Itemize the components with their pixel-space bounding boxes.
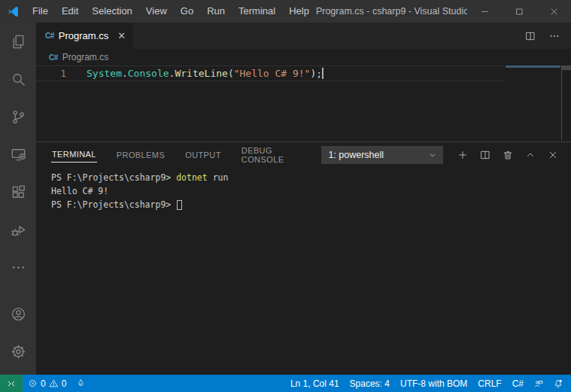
language-mode[interactable]: C# <box>507 375 529 392</box>
activitybar-item-settings[interactable] <box>0 333 36 370</box>
account-icon <box>10 305 27 323</box>
extensions-icon <box>10 184 27 201</box>
close-panel-icon[interactable] <box>547 149 559 161</box>
terminal-text: PS F:\Projects\csharp9> <box>51 199 176 210</box>
panel-tab-terminal[interactable]: TERMINAL <box>51 147 97 163</box>
explorer-icon <box>10 33 27 50</box>
close-icon <box>549 7 559 17</box>
code-token: ; <box>316 68 322 79</box>
panel-tabs: TERMINALPROBLEMSOUTPUTDEBUG CONSOLE <box>51 143 321 167</box>
code-editor[interactable]: 1 System.Console.WriteLine("Hello C# 9!"… <box>36 65 571 141</box>
warnings-count: 0 <box>62 378 67 389</box>
menu-go[interactable]: Go <box>174 0 200 23</box>
window-title: Program.cs - csharp9 - Visual Studio ... <box>316 6 467 17</box>
panel-header: TERMINALPROBLEMSOUTPUTDEBUG CONSOLE 1: p… <box>36 142 571 167</box>
remote-indicator[interactable] <box>0 375 23 392</box>
breadcrumb[interactable]: C# Program.cs <box>36 49 571 65</box>
terminal-output[interactable]: PS F:\Projects\csharp9> dotnet runHello … <box>51 171 571 211</box>
cursor-position[interactable]: Ln 1, Col 41 <box>285 375 345 392</box>
panel-actions <box>443 149 571 161</box>
menu-help[interactable]: Help <box>282 0 316 23</box>
tab-close-icon[interactable]: ✕ <box>117 31 126 41</box>
vscode-window: FileEditSelectionViewGoRunTerminalHelp P… <box>0 0 571 392</box>
maximize-panel-icon[interactable] <box>524 149 536 161</box>
remote-icon <box>6 378 17 389</box>
maximize-button[interactable] <box>502 0 536 23</box>
terminal-text: run <box>208 172 229 183</box>
activitybar-item-extensions[interactable] <box>0 173 36 211</box>
close-button[interactable] <box>536 0 571 23</box>
terminal-text: PS F:\Projects\csharp9> <box>51 172 176 183</box>
csharp-file-icon: C# <box>49 53 58 62</box>
menu-bar: FileEditSelectionViewGoRunTerminalHelp <box>26 0 316 23</box>
flame-icon[interactable] <box>71 375 90 392</box>
terminal-text: dotnet <box>176 172 208 183</box>
errors-count: 0 <box>41 378 46 389</box>
encoding[interactable]: UTF-8 with BOM <box>395 375 472 392</box>
more-actions-icon[interactable] <box>548 30 560 42</box>
activitybar-item-search[interactable] <box>0 60 36 98</box>
terminal-selector-value: 1: powershell <box>328 150 384 160</box>
csharp-file-icon: C# <box>45 32 54 40</box>
activitybar-item-run-and-debug[interactable] <box>0 211 36 248</box>
terminal-line: PS F:\Projects\csharp9> dotnet run <box>51 171 571 184</box>
new-terminal-icon[interactable] <box>457 149 469 161</box>
menu-view[interactable]: View <box>139 0 174 23</box>
minimap[interactable] <box>506 65 560 68</box>
minimap-separator <box>561 65 562 140</box>
remote-explorer-icon <box>10 146 27 163</box>
panel-tab-debug-console[interactable]: DEBUG CONSOLE <box>241 143 303 167</box>
terminal-cursor <box>177 200 182 210</box>
activitybar-item-explorer[interactable] <box>0 23 36 60</box>
terminal-text: Hello C# 9! <box>51 186 108 196</box>
tab-label: Program.cs <box>59 30 108 41</box>
split-editor-icon[interactable] <box>524 30 536 42</box>
problems-status[interactable]: 00 <box>23 375 71 392</box>
split-terminal-icon[interactable] <box>479 149 491 161</box>
code-token: "Hello C# 9!" <box>234 68 311 79</box>
editor-actions <box>524 23 571 49</box>
run-and-debug-icon <box>10 221 27 239</box>
panel-tab-output[interactable]: OUTPUT <box>184 147 222 163</box>
notifications-icon[interactable] <box>548 375 568 392</box>
menu-file[interactable]: File <box>26 0 55 23</box>
tab-program-cs[interactable]: C# Program.cs ✕ <box>36 23 133 49</box>
menu-edit[interactable]: Edit <box>55 0 85 23</box>
menu-terminal[interactable]: Terminal <box>232 0 282 23</box>
settings-icon <box>10 343 27 360</box>
menu-run[interactable]: Run <box>200 0 232 23</box>
activity-bar <box>0 23 36 375</box>
warnings-icon <box>49 378 59 388</box>
tab-bar: C# Program.cs ✕ <box>36 23 571 49</box>
menu-selection[interactable]: Selection <box>85 0 138 23</box>
activitybar-item-source-control[interactable] <box>0 98 36 135</box>
activitybar-item-account[interactable] <box>0 295 36 333</box>
activitybar-item-more[interactable] <box>0 248 36 286</box>
terminal-selector[interactable]: 1: powershell <box>321 146 443 164</box>
scrollbar-thumb[interactable] <box>562 65 571 70</box>
maximize-icon <box>515 7 524 17</box>
vscode-logo-icon <box>0 5 26 18</box>
kill-terminal-icon[interactable] <box>502 149 514 161</box>
terminal-line: PS F:\Projects\csharp9> <box>51 198 571 211</box>
indentation[interactable]: Spaces: 4 <box>345 375 395 392</box>
minimize-button[interactable] <box>467 0 502 23</box>
source-control-icon <box>10 108 27 126</box>
activitybar-item-remote-explorer[interactable] <box>0 135 36 173</box>
activity-top <box>0 23 36 286</box>
code-token: Console <box>128 68 169 79</box>
code-token: WriteLine <box>175 68 227 79</box>
bottom-panel: TERMINALPROBLEMSOUTPUTDEBUG CONSOLE 1: p… <box>36 141 571 375</box>
more-icon <box>10 259 27 276</box>
errors-icon <box>28 378 38 388</box>
code-token: ( <box>228 68 234 79</box>
feedback-icon[interactable] <box>529 375 548 392</box>
window-controls <box>467 0 571 23</box>
search-icon <box>10 71 27 88</box>
panel-tab-problems[interactable]: PROBLEMS <box>116 147 166 163</box>
eol[interactable]: CRLF <box>472 375 506 392</box>
breadcrumb-label: Program.cs <box>62 52 108 62</box>
code-text: System.Console.WriteLine("Hello C# 9!"); <box>87 68 323 79</box>
editor-cursor <box>322 68 323 79</box>
title-bar: FileEditSelectionViewGoRunTerminalHelp P… <box>0 0 571 23</box>
